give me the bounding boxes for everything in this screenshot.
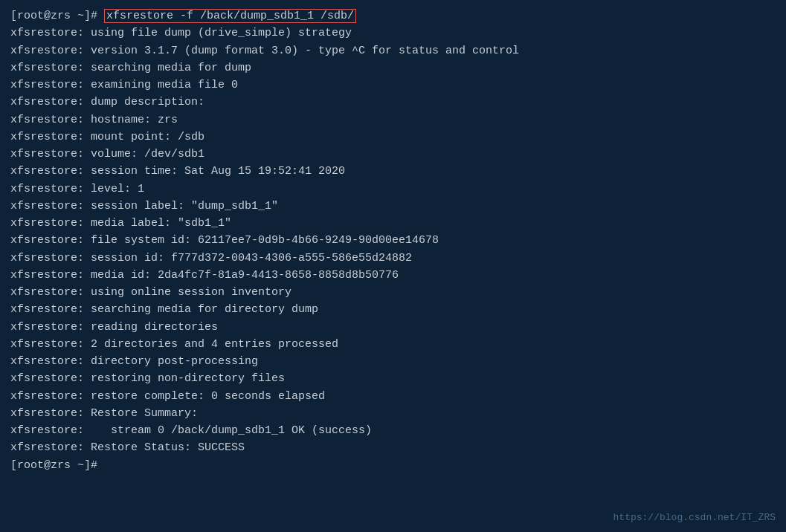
output-text: 2 directories and 4 entries processed [91, 338, 338, 351]
terminal-line: xfsrestore: searching media for dump [10, 59, 776, 77]
terminal-line: xfsrestore: stream 0 /back/dump_sdb1_1 O… [10, 422, 776, 439]
output-prefix: xfsrestore: [10, 217, 91, 230]
output-prefix: xfsrestore: [10, 286, 91, 299]
terminal-line: xfsrestore: using online session invento… [10, 284, 776, 301]
output-prefix: xfsrestore: [10, 303, 91, 316]
output-text: mount point: /sdb [91, 131, 204, 143]
output-prefix: xfsrestore: [10, 441, 91, 454]
terminal-line: xfsrestore: media id: 2da4fc7f-81a9-4413… [10, 267, 776, 284]
watermark: https://blog.csdn.net/IT_ZRS [613, 512, 776, 523]
terminal-line: xfsrestore: examining media file 0 [10, 77, 776, 94]
output-prefix: xfsrestore: [10, 200, 91, 213]
output-text: Restore Summary: [91, 407, 198, 420]
output-prefix: xfsrestore: [10, 183, 91, 195]
terminal-line: xfsrestore: 2 directories and 4 entries … [10, 336, 776, 353]
output-prefix: xfsrestore: [10, 424, 91, 437]
output-prefix: xfsrestore: [10, 131, 91, 143]
terminal-line: xfsrestore: file system id: 62117ee7-0d9… [10, 232, 776, 249]
output-text: restore complete: 0 seconds elapsed [91, 390, 325, 403]
terminal-line: xfsrestore: session label: "dump_sdb1_1" [10, 198, 776, 215]
output-prefix: xfsrestore: [10, 321, 91, 334]
output-prefix: xfsrestore: [10, 252, 91, 265]
terminal-line: xfsrestore: Restore Summary: [10, 405, 776, 422]
output-prefix: xfsrestore: [10, 407, 91, 420]
output-text: using online session inventory [91, 286, 291, 299]
terminal-line: xfsrestore: Restore Status: SUCCESS [10, 439, 776, 456]
output-prefix: xfsrestore: [10, 79, 91, 91]
output-prefix: xfsrestore: [10, 114, 91, 126]
output-text: media label: "sdb1_1" [91, 217, 231, 230]
output-text: directory post-processing [91, 355, 258, 368]
output-text: searching media for directory dump [91, 303, 318, 316]
output-text: hostname: zrs [91, 114, 178, 126]
terminal-line: xfsrestore: session id: f777d372-0043-43… [10, 250, 776, 267]
terminal-line: xfsrestore: hostname: zrs [10, 111, 776, 129]
output-text: examining media file 0 [91, 79, 238, 91]
output-text: file system id: 62117ee7-0d9b-4b66-9249-… [91, 234, 439, 247]
terminal-line: xfsrestore: level: 1 [10, 181, 776, 198]
output-prefix: xfsrestore: [10, 234, 91, 247]
output-text: restoring non-directory files [91, 372, 285, 385]
output-text: volume: /dev/sdb1 [91, 148, 204, 160]
output-prefix: xfsrestore: [10, 148, 91, 160]
output-text: reading directories [91, 321, 218, 334]
output-prefix: xfsrestore: [10, 165, 91, 178]
terminal-window: [root@zrs ~]# xfsrestore -f /back/dump_s… [0, 0, 786, 532]
terminal-line: xfsrestore: restoring non-directory file… [10, 370, 776, 387]
output-prefix: xfsrestore: [10, 355, 91, 368]
terminal-line: xfsrestore: restore complete: 0 seconds … [10, 388, 776, 405]
terminal-line: xfsrestore: reading directories [10, 319, 776, 336]
terminal-line: xfsrestore: searching media for director… [10, 301, 776, 318]
output-text: media id: 2da4fc7f-81a9-4413-8658-8858d8… [91, 269, 399, 282]
terminal-line: xfsrestore: directory post-processing [10, 353, 776, 370]
command-text: xfsrestore -f /back/dump_sdb1_1 /sdb/ [104, 9, 356, 23]
output-prefix: xfsrestore: [10, 338, 91, 351]
output-text: session label: "dump_sdb1_1" [91, 200, 278, 213]
output-text: searching media for dump [91, 62, 251, 74]
terminal-line: [root@zrs ~]# [10, 457, 776, 474]
output-text: version 3.1.7 (dump format 3.0) - type ^… [91, 45, 519, 57]
terminal-line: xfsrestore: session time: Sat Aug 15 19:… [10, 163, 776, 180]
output-text: session time: Sat Aug 15 19:52:41 2020 [91, 165, 345, 178]
output-text: using file dump (drive_simple) strategy [91, 27, 352, 39]
output-prefix: xfsrestore: [10, 390, 91, 403]
prompt: [root@zrs ~]# [10, 459, 104, 472]
prompt: [root@zrs ~]# [10, 10, 104, 22]
output-text: level: 1 [91, 183, 144, 195]
output-prefix: xfsrestore: [10, 45, 91, 57]
output-text: stream 0 /back/dump_sdb1_1 OK (success) [91, 424, 372, 437]
terminal-line: xfsrestore: volume: /dev/sdb1 [10, 146, 776, 163]
terminal-line: xfsrestore: version 3.1.7 (dump format 3… [10, 42, 776, 59]
terminal-line: xfsrestore: dump description: [10, 94, 776, 111]
output-prefix: xfsrestore: [10, 269, 91, 282]
terminal-line: xfsrestore: using file dump (drive_simpl… [10, 25, 776, 42]
output-text: session id: f777d372-0043-4306-a555-586e… [91, 252, 412, 265]
output-text: Restore Status: SUCCESS [91, 441, 245, 454]
output-prefix: xfsrestore: [10, 372, 91, 385]
output-prefix: xfsrestore: [10, 96, 91, 108]
terminal-line: [root@zrs ~]# xfsrestore -f /back/dump_s… [10, 7, 776, 25]
terminal-line: xfsrestore: mount point: /sdb [10, 129, 776, 146]
terminal-line: xfsrestore: media label: "sdb1_1" [10, 215, 776, 232]
output-prefix: xfsrestore: [10, 27, 91, 39]
output-text: dump description: [91, 96, 204, 108]
output-prefix: xfsrestore: [10, 62, 91, 74]
